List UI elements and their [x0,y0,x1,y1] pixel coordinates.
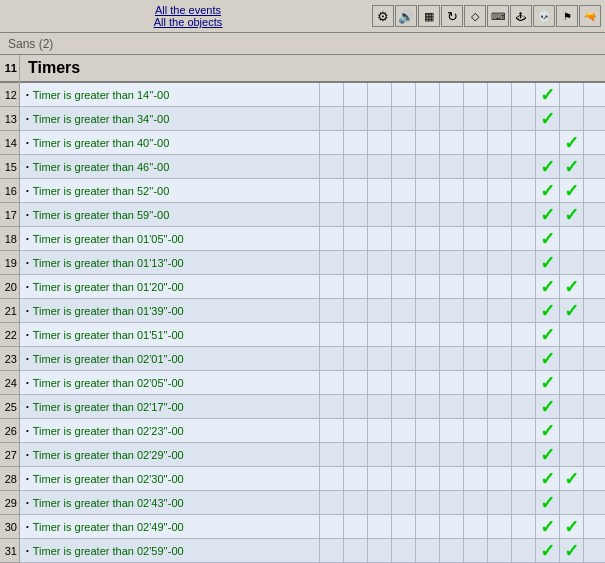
action-col-3[interactable] [392,323,416,346]
action-col-10[interactable]: ✓ [560,275,584,298]
action-col-10[interactable]: ✓ [560,155,584,178]
action-col-0[interactable] [320,155,344,178]
action-col-7[interactable] [488,419,512,442]
action-col-0[interactable] [320,395,344,418]
action-col-3[interactable] [392,347,416,370]
action-col-5[interactable] [440,467,464,490]
action-col-10[interactable]: ✓ [560,515,584,538]
gear-icon[interactable]: ⚙ [372,5,394,27]
action-col-10[interactable] [560,323,584,346]
action-col-3[interactable] [392,227,416,250]
action-col-8[interactable] [512,227,536,250]
action-col-4[interactable] [416,131,440,154]
action-col-4[interactable] [416,203,440,226]
action-col-9[interactable]: ✓ [536,395,560,418]
action-col-9[interactable]: ✓ [536,467,560,490]
tab-all-objects[interactable]: All the objects [154,16,222,28]
action-col-10[interactable] [560,83,584,106]
action-col-6[interactable] [464,491,488,514]
action-col-6[interactable] [464,443,488,466]
action-col-1[interactable] [344,443,368,466]
action-col-8[interactable] [512,179,536,202]
action-col-9[interactable]: ✓ [536,107,560,130]
event-cell-12[interactable]: •Timer is greater than 14''-00 [20,83,320,106]
keyboard-icon[interactable]: ⌨ [487,5,509,27]
action-col-11[interactable] [584,131,605,154]
action-col-0[interactable] [320,539,344,562]
action-col-11[interactable] [584,107,605,130]
action-col-6[interactable] [464,539,488,562]
action-col-6[interactable] [464,179,488,202]
action-col-9[interactable]: ✓ [536,419,560,442]
action-col-1[interactable] [344,299,368,322]
action-col-8[interactable] [512,323,536,346]
diamond-icon[interactable]: ◇ [464,5,486,27]
action-col-3[interactable] [392,371,416,394]
action-col-0[interactable] [320,251,344,274]
event-cell-15[interactable]: •Timer is greater than 46''-00 [20,155,320,178]
action-col-7[interactable] [488,107,512,130]
action-col-9[interactable]: ✓ [536,299,560,322]
action-col-1[interactable] [344,155,368,178]
action-col-4[interactable] [416,323,440,346]
action-col-5[interactable] [440,107,464,130]
action-col-1[interactable] [344,131,368,154]
action-col-10[interactable] [560,491,584,514]
action-col-2[interactable] [368,203,392,226]
action-col-5[interactable] [440,83,464,106]
action-col-0[interactable] [320,299,344,322]
action-col-3[interactable] [392,395,416,418]
action-col-7[interactable] [488,347,512,370]
action-col-11[interactable] [584,155,605,178]
action-col-6[interactable] [464,275,488,298]
action-col-3[interactable] [392,179,416,202]
action-col-1[interactable] [344,323,368,346]
action-col-3[interactable] [392,443,416,466]
action-col-4[interactable] [416,371,440,394]
action-col-3[interactable] [392,83,416,106]
action-col-6[interactable] [464,371,488,394]
action-col-9[interactable]: ✓ [536,275,560,298]
event-cell-14[interactable]: •Timer is greater than 40''-00 [20,131,320,154]
action-col-10[interactable]: ✓ [560,131,584,154]
action-col-9[interactable]: ✓ [536,203,560,226]
action-col-6[interactable] [464,299,488,322]
event-cell-16[interactable]: •Timer is greater than 52''-00 [20,179,320,202]
event-cell-31[interactable]: •Timer is greater than 02'59''-00 [20,539,320,562]
action-col-4[interactable] [416,83,440,106]
action-col-0[interactable] [320,491,344,514]
action-col-5[interactable] [440,491,464,514]
action-col-8[interactable] [512,491,536,514]
action-col-0[interactable] [320,275,344,298]
action-col-6[interactable] [464,323,488,346]
action-col-10[interactable] [560,443,584,466]
action-col-5[interactable] [440,323,464,346]
action-col-10[interactable]: ✓ [560,299,584,322]
action-col-2[interactable] [368,443,392,466]
action-col-6[interactable] [464,155,488,178]
flag-icon[interactable]: ⚑ [556,5,578,27]
action-col-10[interactable]: ✓ [560,467,584,490]
action-col-8[interactable] [512,251,536,274]
action-col-6[interactable] [464,83,488,106]
action-col-7[interactable] [488,83,512,106]
action-col-1[interactable] [344,467,368,490]
action-col-4[interactable] [416,347,440,370]
action-col-2[interactable] [368,395,392,418]
action-col-3[interactable] [392,155,416,178]
action-col-5[interactable] [440,251,464,274]
action-col-0[interactable] [320,323,344,346]
action-col-2[interactable] [368,467,392,490]
action-col-11[interactable] [584,371,605,394]
event-cell-29[interactable]: •Timer is greater than 02'43''-00 [20,491,320,514]
action-col-6[interactable] [464,467,488,490]
action-col-6[interactable] [464,227,488,250]
action-col-8[interactable] [512,515,536,538]
action-col-7[interactable] [488,131,512,154]
action-col-8[interactable] [512,467,536,490]
action-col-8[interactable] [512,539,536,562]
grid-icon[interactable]: ▦ [418,5,440,27]
action-col-11[interactable] [584,323,605,346]
event-cell-28[interactable]: •Timer is greater than 02'30''-00 [20,467,320,490]
action-col-4[interactable] [416,227,440,250]
